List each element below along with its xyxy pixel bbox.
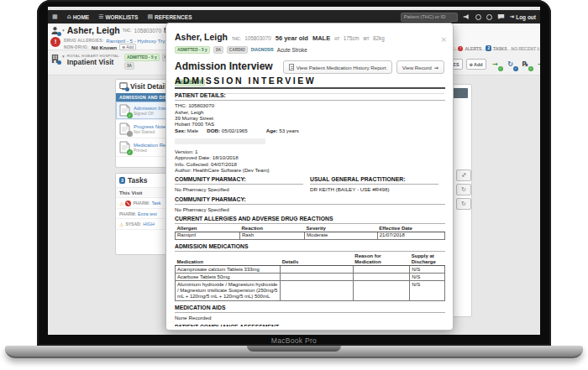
community-pharmacy2-value: No Pharmacy Specified: [175, 206, 445, 212]
add-icon: ⊕: [470, 62, 474, 67]
modal-patient-name: Asher, Leigh: [175, 32, 228, 42]
patient-details-line: THC: 105803070: [175, 102, 445, 108]
patient-details-line: Hobart 7000 TAS: [175, 121, 445, 127]
history-button[interactable]: ↻: [456, 198, 471, 210]
top-navbar: ▦ ⌂HOME ☰WORKLISTS ▤REFERENCES ⇥Log out: [48, 10, 540, 23]
community-pharmacy-heading: COMMUNITY PHARMACY:: [175, 176, 303, 185]
export-icon: ⇥: [538, 60, 540, 68]
ward-badge: 3A: [124, 62, 134, 70]
modal-title: Admission Interview: [175, 60, 273, 72]
table-cell: [353, 274, 409, 281]
modal-patient-age: 56 year old: [276, 34, 308, 42]
history-button[interactable]: ↻: [456, 184, 471, 195]
document-meta-line: Version: 1: [175, 149, 445, 154]
announcement-icon[interactable]: [463, 13, 470, 20]
community-pharmacy2-heading: COMMUNITY PHARMACY:: [175, 196, 445, 205]
status-ring-icon-1[interactable]: [475, 14, 481, 20]
table-row: Acamprosate calcium Tablets 333mg N/S: [176, 266, 445, 274]
add-non-drug-button[interactable]: ⊕Add: [119, 44, 136, 50]
view-medication-history-button[interactable]: View Patient Medication History Report: [283, 60, 392, 74]
allergies-heading: CURRENT ALLERGIES AND ADVERSE DRUG REACT…: [175, 216, 445, 224]
arrow-right-icon: →: [434, 65, 438, 70]
view-record-button[interactable]: View Record→: [396, 60, 444, 74]
recent-visits-status: NO RECENT VISITS View all...: [512, 46, 539, 51]
hospital-icon[interactable]: [50, 54, 60, 64]
patient-id: 105803070: [134, 28, 162, 34]
table-cell: Moderate: [305, 232, 378, 239]
modal-patient-sex: MALE: [312, 34, 330, 42]
alerts-status[interactable]: ⚠ ! ALERTS: [452, 45, 481, 51]
check-badge-icon: ✓: [498, 66, 503, 71]
diagnosis-value: Acute Stroke: [277, 47, 307, 53]
close-icon[interactable]: ×: [440, 35, 447, 44]
table-row: Aluminium hydroxide / Magnesium hydroxid…: [176, 281, 445, 300]
printed-check-icon: ✓: [127, 149, 133, 155]
info-badge: [57, 60, 61, 65]
patient-avatar-icon[interactable]: [50, 26, 60, 35]
admission-interview-document[interactable]: ADMISSION INTERVIEW PATIENT DETAILS: THC…: [175, 76, 445, 326]
document-meta-line: Author: HealthCare Software (Dev Team): [175, 167, 445, 173]
logout-icon: ⇥: [510, 13, 514, 20]
sync-button[interactable]: ↻✓: [505, 59, 517, 70]
app-grid-icon[interactable]: ▦: [52, 13, 58, 20]
prescription-button[interactable]: ℞✓: [520, 59, 532, 70]
gp-value: DR KEITH (BAILEY - USE #R498): [310, 186, 438, 192]
nav-home[interactable]: ⌂HOME: [67, 13, 90, 20]
check-badge-icon: ✓: [528, 66, 533, 71]
table-cell: Aluminium hydroxide / Magnesium hydroxid…: [176, 281, 281, 300]
table-cell: Acarbose Tablets 50mg: [176, 274, 281, 281]
chevron-down-icon[interactable]: ▾: [62, 28, 65, 33]
table-row: Acarbose Tablets 50mg N/S: [176, 274, 445, 281]
table-cell: [281, 274, 354, 281]
tasks-status[interactable]: 2 TASKS: [486, 45, 507, 51]
macbook-label: MacBook Pro: [37, 336, 551, 345]
info-badge: [125, 87, 129, 91]
admission-interview-modal: × Asher, Leigh THC: 105803070 56 year ol…: [165, 23, 454, 331]
panel-title: Tasks: [128, 176, 147, 185]
import-record-button[interactable]: →✓: [490, 59, 501, 70]
nav-worklists[interactable]: ☰WORKLISTS: [98, 13, 138, 20]
nav-references[interactable]: ▤REFERENCES: [147, 13, 192, 20]
status-ring-icon-2[interactable]: [486, 14, 492, 20]
tasks-count-badge: 2: [486, 45, 491, 51]
laptop-base: [5, 346, 583, 358]
modal-patient-id: 105803070: [244, 35, 271, 41]
warning-icon: ⚠: [119, 221, 123, 227]
document-icon: ✓: [119, 104, 130, 117]
app-window: ▦ ⌂HOME ☰WORKLISTS ▤REFERENCES ⇥Log out: [48, 7, 540, 335]
document-meta-line: Approved Date: 18/10/2018: [175, 154, 445, 160]
patient-name: Asher, Leigh: [67, 25, 120, 35]
column-header: Supply at Discharge: [410, 253, 445, 266]
modal-patient-height: 175cm: [344, 35, 360, 41]
non-drug-label: NON-DRUG:: [64, 45, 89, 50]
patient-search-input[interactable]: [401, 13, 458, 22]
document-icon: ✓: [119, 141, 130, 154]
import-icon: →: [492, 60, 498, 68]
history-icon: ↻: [461, 186, 466, 193]
check-badge-icon: ✓: [513, 66, 518, 71]
ward-badge: 3A: [213, 46, 223, 54]
add-button[interactable]: ⊕Add: [466, 59, 486, 70]
blocked-icon: [125, 201, 131, 206]
compliance-heading: PATIENT COMPLIANCE ASSESSMENT: [175, 324, 445, 326]
table-cell: N/S: [410, 266, 445, 274]
chat-icon[interactable]: [497, 13, 505, 20]
logout-button[interactable]: ⇥Log out: [510, 13, 536, 20]
macbook-mockup: ▦ ⌂HOME ☰WORKLISTS ▤REFERENCES ⇥Log out: [0, 0, 588, 370]
chevron-down-icon[interactable]: ▾: [62, 54, 65, 59]
discharge-button[interactable]: ⇥✓: [535, 59, 540, 70]
medication-aids-heading: MEDICATION AIDS: [175, 305, 445, 313]
alert-count-icon: !: [458, 46, 463, 51]
column-header: Details: [281, 253, 354, 266]
table-cell: Ramipril: [176, 232, 240, 239]
document-meta-line: Info. Collected: 04/07/2018: [175, 161, 445, 167]
document-heading: ADMISSION INTERVIEW: [175, 76, 445, 89]
patient-details-heading: PATIENT DETAILS:: [175, 92, 445, 101]
allergy-alert-icon[interactable]: !: [50, 37, 60, 47]
column-header: Effective Date: [377, 226, 444, 232]
gp-heading: USUAL GENERAL PRACTITIONER:: [310, 176, 438, 185]
table-cell: [281, 266, 354, 274]
sync-icon: ↻: [507, 60, 513, 68]
expand-button[interactable]: ↕: [456, 169, 471, 181]
admitted-badge: ADMITTED - 5 y: [124, 54, 160, 61]
